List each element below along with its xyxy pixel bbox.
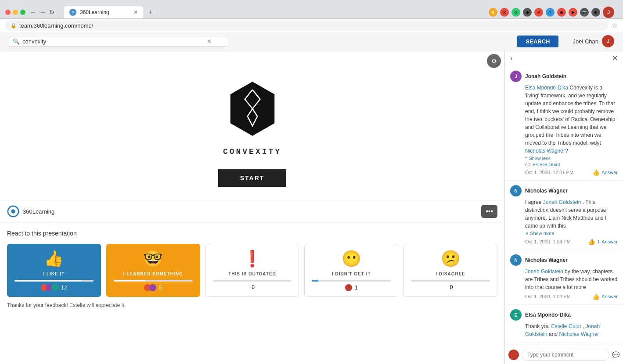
- like-label: I LIKE IT: [43, 271, 65, 276]
- sidebar-close-button[interactable]: ✕: [612, 54, 618, 62]
- more-options-button[interactable]: •••: [481, 205, 497, 218]
- tab-favicon: 3: [69, 9, 76, 16]
- forward-button[interactable]: →: [39, 8, 47, 17]
- like-count-area: 12: [41, 284, 67, 291]
- extension-icon-8[interactable]: ▶: [569, 8, 577, 17]
- didnt-get-avatar-1: [345, 284, 352, 291]
- traffic-light-green[interactable]: [20, 10, 25, 15]
- extension-icon-4[interactable]: ◆: [523, 8, 532, 17]
- extension-icon-1[interactable]: 8: [489, 8, 497, 17]
- jonah-like-button[interactable]: 👍: [592, 169, 600, 176]
- disagree-count-area: 0: [448, 284, 453, 290]
- search-clear-button[interactable]: ✕: [207, 38, 212, 45]
- jonah-body: Elsa Mpondo-Dika Convexity is a 'living'…: [525, 84, 618, 155]
- learned-bar: [114, 280, 145, 282]
- jonah-meta: Oct 1, 2020, 12:31 PM 👍 Answer: [525, 169, 618, 176]
- reaction-like[interactable]: 👍 I LIKE IT 12: [7, 244, 101, 297]
- profile-button[interactable]: J: [603, 7, 614, 18]
- emoji-icon[interactable]: 💬: [612, 351, 619, 358]
- comment-input-row: 💬: [508, 349, 619, 361]
- nicholas-body-1: I agree Jonah Goldstein . This distincti…: [525, 198, 618, 230]
- svg-point-5: [11, 209, 15, 213]
- nicholas-mention-1[interactable]: Nicholas Wagner: [525, 148, 565, 154]
- show-less-toggle[interactable]: ^ Show less: [525, 156, 618, 161]
- jonah-mention[interactable]: Jonah Goldstein: [543, 199, 581, 205]
- feedback-note: Thanks for your feedback! Estelle will a…: [7, 302, 497, 308]
- reactions-section: React to this presentation 👍 I LIKE IT: [0, 222, 504, 315]
- learned-avatar-2: [149, 284, 156, 291]
- extension-icon-2[interactable]: ✕: [500, 8, 509, 17]
- course-footer: 360Learning •••: [0, 200, 504, 222]
- traffic-light-red[interactable]: [5, 10, 11, 15]
- learned-count: 5: [159, 285, 162, 291]
- sidebar-panel: › ✕ J Jonah Goldstein Elsa Mpondo-Dika C…: [504, 50, 623, 364]
- reactions-grid: 👍 I LIKE IT 12: [7, 244, 497, 297]
- sidebar-collapse-button[interactable]: ›: [510, 54, 512, 62]
- comment-nicholas-1: N Nicholas Wagner I agree Jonah Goldstei…: [505, 181, 623, 250]
- outdated-emoji: ❗: [242, 250, 262, 268]
- nicholas-answer-link-2[interactable]: Answer: [601, 294, 618, 299]
- outdated-count-area: 0: [250, 284, 255, 290]
- extension-icon-5[interactable]: P: [534, 8, 543, 17]
- reaction-didnt-get[interactable]: 😶 I DIDN'T GET IT 1: [304, 244, 398, 297]
- nicholas-avatar-1: N: [510, 185, 522, 196]
- user-name: Joei Chan: [573, 38, 598, 45]
- reaction-learned[interactable]: 🤓 I LEARNED SOMETHING 5: [106, 244, 200, 297]
- reaction-disagree[interactable]: 😕 I DISAGREE 0: [403, 244, 497, 297]
- jonah-answer-link[interactable]: Answer: [601, 170, 618, 175]
- browser-tab[interactable]: 3 360Learning ✕: [64, 6, 143, 18]
- extension-icon-6[interactable]: ?: [546, 8, 555, 17]
- address-bar-url[interactable]: team.360learning.com/home/: [19, 22, 93, 29]
- didnt-get-count: 1: [355, 285, 358, 291]
- current-user-avatar: [508, 350, 519, 360]
- user-area: Joei Chan J: [573, 35, 614, 47]
- estelle-mention-2[interactable]: Estelle Guiot: [551, 323, 581, 329]
- reaction-outdated[interactable]: ❗ THIS IS OUTDATED 0: [205, 244, 299, 297]
- disagree-emoji: 😕: [441, 250, 461, 268]
- user-avatar[interactable]: J: [602, 35, 614, 47]
- nicholas-meta-1: Oct 1, 2020, 1:04 PM 👍 1 Answer: [525, 238, 618, 245]
- search-button[interactable]: SEARCH: [517, 36, 559, 47]
- nicholas-time-1: Oct 1, 2020, 1:04 PM: [525, 239, 571, 244]
- new-tab-button[interactable]: +: [145, 8, 157, 17]
- extension-icon-9[interactable]: 📷: [580, 8, 589, 17]
- like-count: 12: [61, 285, 67, 291]
- traffic-light-yellow[interactable]: [13, 10, 18, 15]
- extension-icon-7[interactable]: ◉: [557, 8, 566, 17]
- like-emoji: 👍: [44, 250, 64, 268]
- nicholas-like-button-2[interactable]: 👍: [592, 293, 600, 300]
- like-bar: [14, 280, 82, 282]
- like-avatar-3: [51, 284, 58, 291]
- sidebar-header: › ✕: [505, 50, 623, 66]
- jonah-mention-2[interactable]: Jonah Goldstein: [525, 268, 563, 275]
- back-button[interactable]: ←: [29, 8, 37, 17]
- estelle-mention[interactable]: Estelle Guiot: [533, 162, 560, 167]
- start-button[interactable]: START: [218, 169, 287, 187]
- search-input-wrapper: 🔍 ✕: [9, 36, 228, 47]
- nicholas-body-2: Jonah Goldstein by the way, chapters are…: [525, 268, 618, 291]
- nicholas-mention-2[interactable]: Nicholas Wagner: [559, 331, 599, 337]
- security-icon: 🔒: [11, 23, 17, 29]
- nicholas-like-count-1: 1: [597, 239, 600, 244]
- course-title: CONVEXITY: [223, 147, 281, 156]
- refresh-button[interactable]: ↻: [48, 8, 55, 17]
- learned-emoji: 🤓: [143, 250, 163, 268]
- jonah-avatar: J: [510, 71, 522, 82]
- tab-title: 360Learning: [80, 9, 130, 15]
- nicholas-answer-link-1[interactable]: Answer: [601, 239, 618, 244]
- extension-icon-3[interactable]: G: [511, 8, 520, 17]
- settings-button[interactable]: ⚙: [487, 54, 501, 68]
- nicholas-like-button-1[interactable]: 👍: [588, 238, 595, 245]
- show-more-toggle[interactable]: ∨ Show more: [525, 231, 618, 236]
- search-input[interactable]: [22, 38, 207, 45]
- brand-logo-icon: [7, 205, 19, 218]
- course-brand: 360Learning: [7, 205, 54, 218]
- extension-icon-10[interactable]: ⊕: [591, 8, 600, 17]
- star-icon[interactable]: ☆: [612, 21, 618, 30]
- tab-close-button[interactable]: ✕: [133, 9, 138, 15]
- elsa-mention[interactable]: Elsa Mpondo-Dika: [525, 85, 568, 91]
- outdated-label: THIS IS OUTDATED: [228, 271, 276, 276]
- jonah-name: Jonah Goldstein: [525, 73, 566, 79]
- search-bar: 🔍 ✕ SEARCH Joei Chan J: [0, 32, 623, 50]
- comment-text-input[interactable]: [522, 349, 609, 361]
